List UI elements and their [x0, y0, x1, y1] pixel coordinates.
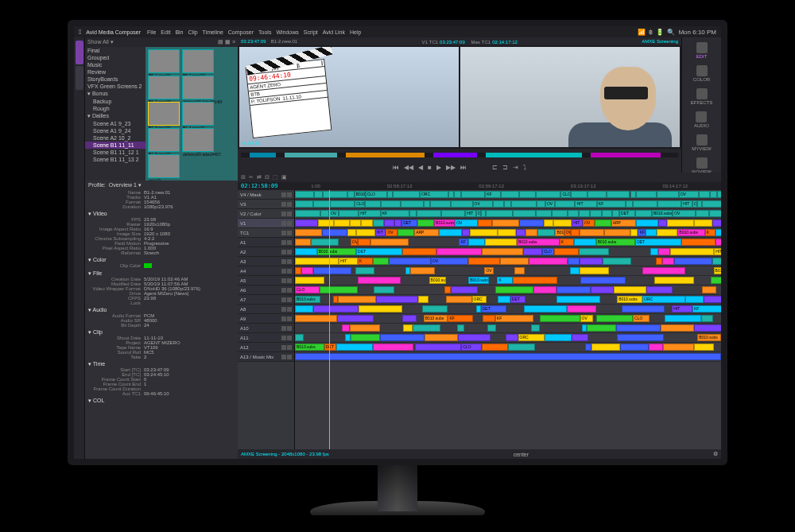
timeline-clip[interactable] [498, 229, 516, 236]
track-row[interactable] [295, 352, 721, 362]
track-header-A9[interactable]: A9 [238, 314, 294, 324]
tl-tool-3[interactable]: ⇄ [257, 174, 262, 181]
timeline-clip[interactable]: B010.subs [424, 315, 448, 322]
clip-thumb[interactable]: B5-2.new.03 [148, 76, 180, 99]
workspace-tab-myview[interactable]: MYVIEW [692, 134, 711, 151]
menu-edit[interactable]: Edit [161, 29, 170, 35]
timeline-clip[interactable]: DET [481, 305, 506, 313]
tl-tool-6[interactable]: ▣ [281, 174, 287, 181]
timeline-clip[interactable] [574, 239, 596, 246]
timeline-clip[interactable] [495, 286, 533, 293]
timeline-clip[interactable] [295, 219, 318, 227]
goto-start-button[interactable]: ⏮ [393, 164, 399, 171]
timeline-clip[interactable]: ORC [472, 296, 487, 303]
timeline-clip[interactable] [568, 210, 578, 217]
timeline-clip[interactable] [630, 191, 636, 198]
timeline-clip[interactable] [657, 229, 677, 236]
timeline-clip[interactable]: ORC [642, 296, 685, 303]
timeline-clip[interactable] [373, 219, 384, 227]
timeline-clip[interactable]: HIT [672, 305, 692, 313]
mute-icon[interactable] [281, 240, 286, 245]
mute-icon[interactable] [281, 288, 286, 293]
menu-tools[interactable]: Tools [258, 29, 271, 35]
timeline-clip[interactable] [704, 296, 721, 303]
timeline-clip[interactable] [295, 353, 721, 360]
timeline-clip[interactable] [635, 210, 652, 217]
timeline-clip[interactable] [626, 200, 634, 208]
timeline-clip[interactable] [540, 315, 580, 322]
timeline-clip[interactable] [425, 334, 458, 341]
source-clip-name[interactable]: B1-2.new.01 [271, 39, 297, 44]
timeline-clip[interactable] [295, 191, 314, 198]
timeline-clip[interactable] [389, 258, 431, 265]
timeline-clip[interactable] [398, 229, 414, 236]
metadata-group-time[interactable]: ▾ Time [88, 361, 235, 367]
timeline-clip[interactable] [301, 267, 313, 274]
mute-icon[interactable] [281, 307, 286, 312]
timeline-clip[interactable] [376, 296, 418, 303]
clip-thumb[interactable]: delivery60-take1#145f [182, 76, 214, 99]
timeline-clip[interactable] [545, 334, 572, 341]
timeline-clip[interactable] [701, 315, 713, 322]
timeline-clip[interactable] [339, 210, 359, 217]
timeline-clip[interactable] [642, 267, 685, 274]
timeline-clip[interactable]: B010.subs [434, 219, 455, 227]
timeline-clip[interactable] [373, 344, 413, 351]
timeline-clip[interactable]: HIT [681, 200, 692, 208]
record-monitor[interactable] [460, 47, 680, 147]
workspace-tab-color[interactable]: COLOR [693, 65, 710, 82]
timeline-clip[interactable] [482, 248, 523, 255]
timeline-clip[interactable]: B010.subs [677, 229, 704, 236]
timeline-clip[interactable] [519, 219, 545, 227]
timeline-clip[interactable] [595, 219, 611, 227]
solo-icon[interactable] [287, 316, 292, 321]
timeline-clip[interactable] [658, 219, 666, 227]
timeline-clip[interactable] [697, 200, 702, 208]
timeline-clip[interactable] [504, 200, 511, 208]
timeline-clip[interactable]: KF [459, 239, 468, 246]
timeline-clip[interactable] [356, 229, 374, 236]
timeline-clip[interactable] [630, 229, 638, 236]
mute-icon[interactable] [281, 212, 286, 216]
timeline-clip[interactable] [596, 315, 633, 322]
timeline-clip[interactable]: ORC [518, 334, 545, 341]
track-row[interactable]: DETB010.subsOVHITOVARP [295, 219, 721, 228]
timeline-clip[interactable]: CLO [560, 191, 570, 198]
timeline-clip[interactable] [441, 210, 466, 217]
overwrite-button[interactable]: ⇥ [513, 164, 518, 171]
tl-tool-4[interactable]: ⊟ [265, 174, 270, 181]
timeline-clip[interactable]: B010.subs [295, 344, 324, 351]
timeline-clip[interactable] [358, 239, 370, 246]
menubar-clock[interactable]: Mon 6:10 PM [678, 29, 716, 36]
source-monitor[interactable]: A5B11 09:46:44:10 AGENT ZERO BTB P. TOLI… [239, 47, 459, 147]
timeline-clip[interactable] [636, 219, 659, 227]
timeline-clip[interactable]: K [560, 239, 574, 246]
timeline-clip[interactable] [614, 286, 646, 293]
track-row[interactable]: B010.subsDETCLOHIT [295, 247, 721, 257]
timeline-clip[interactable]: DET [401, 219, 417, 227]
timeline-clip[interactable] [670, 248, 714, 255]
timeline-clip[interactable]: B010.subs [555, 229, 564, 236]
timeline-clip[interactable]: B010.subs [295, 296, 320, 303]
timeline-clip[interactable]: K [705, 229, 716, 236]
timeline-clip[interactable] [674, 258, 712, 265]
timeline-clip[interactable]: CLO [295, 286, 320, 293]
track-row[interactable]: ORCB010.subs [295, 333, 721, 343]
timeline-clip[interactable] [571, 191, 588, 198]
bin-item-selected[interactable]: Scene B1 11_11 [85, 142, 145, 149]
timeline-clip[interactable] [418, 296, 429, 303]
timeline-clip[interactable] [513, 210, 536, 217]
timeline-clip[interactable] [380, 334, 425, 341]
timeline-clip[interactable] [387, 191, 394, 198]
bin-item[interactable]: Scene A1 9_23 [85, 120, 145, 127]
timeline-clip[interactable] [582, 324, 588, 332]
track-row[interactable]: HITKOV [295, 257, 721, 266]
track-row[interactable]: CLOOVOVHITKFHITORC [295, 200, 721, 209]
timeline-clip[interactable] [402, 248, 436, 255]
solo-icon[interactable] [287, 231, 292, 235]
timeline-clip[interactable] [350, 219, 360, 227]
track-row[interactable]: HITOVARPB010.subsOVKFB010.subsK [295, 228, 721, 238]
timeline-clip[interactable] [439, 229, 462, 236]
timeline-clip[interactable] [654, 277, 694, 284]
track-header-A1[interactable]: A1 [238, 238, 294, 247]
